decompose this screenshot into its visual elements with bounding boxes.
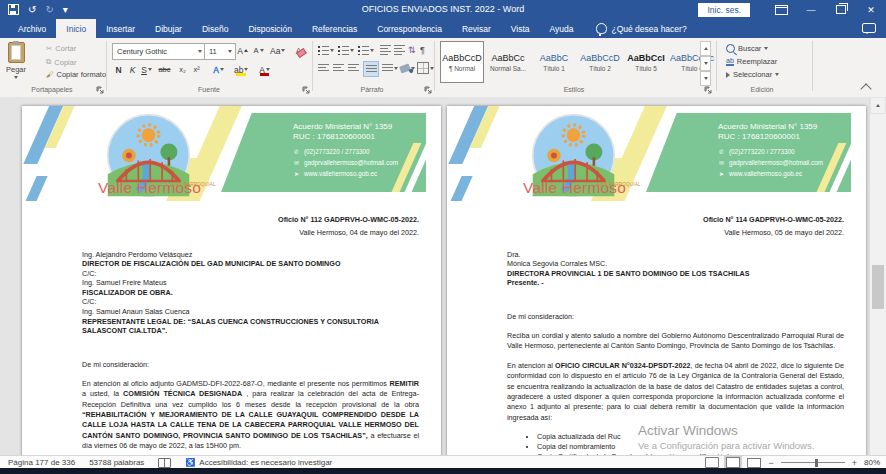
vertical-scrollbar[interactable] [869, 97, 886, 455]
strikethrough-button[interactable]: abc [158, 62, 171, 77]
web-layout-icon[interactable] [747, 458, 761, 468]
tab-correspondencia[interactable]: Correspondencia [367, 19, 452, 38]
paste-button[interactable]: Pegar [6, 42, 26, 79]
letter-content[interactable]: Oficio N° 114 GADPRVH-O-WMC-05-2022. Val… [447, 201, 866, 455]
tab-dibujar[interactable]: Dibujar [145, 19, 192, 38]
web-text: www.vallehermoso.gob.ec [304, 169, 377, 179]
numbering-button[interactable] [338, 43, 354, 57]
bold-button[interactable]: N [112, 62, 125, 77]
tab-ayuda[interactable]: Ayuda [540, 19, 584, 38]
collapse-ribbon-icon[interactable] [860, 83, 871, 94]
style-t-tulo-1[interactable]: AaBbCTítulo 1 [532, 41, 576, 83]
font-name-combo[interactable]: Century Gothic [112, 43, 206, 60]
subscript-button[interactable]: x₂ [176, 62, 189, 77]
format-painter-button[interactable]: 🖌Copiar formato [46, 70, 106, 79]
text-effects-button[interactable]: A [212, 62, 225, 77]
tell-me-box[interactable]: ¿Qué desea hacer? [584, 19, 687, 38]
letter-content[interactable]: Oficio N° 112 GADPRVH-O-WMC-05-2022. Val… [22, 201, 441, 455]
tab-archivo[interactable]: Archivo [8, 19, 56, 38]
multilevel-list-button[interactable] [358, 43, 374, 57]
zoom-slider[interactable] [781, 462, 845, 463]
proofing-icon[interactable] [158, 458, 171, 468]
watermark-line2: Ve a Configuración para activar Windows. [638, 440, 814, 451]
read-mode-icon[interactable] [705, 457, 719, 468]
select-button[interactable]: Seleccionar [726, 70, 779, 79]
accessibility-status[interactable]: ♿ Accesibilidad: es necesario investigar [185, 458, 332, 467]
tab-referencias[interactable]: Referencias [302, 19, 367, 38]
highlight-button[interactable]: ab [234, 62, 248, 77]
paint-bucket-icon [399, 63, 411, 73]
title-bar: ↺ ↻ ▾ OFICIOS ENVIADOS INST. 2022 - Word… [0, 0, 886, 19]
find-button[interactable]: Buscar [726, 44, 768, 53]
align-right-button[interactable] [348, 61, 359, 75]
style-name: Título 1 [543, 65, 565, 72]
document-page-1[interactable]: Acuerdo Ministerial N° 1359 RUC : 176812… [22, 106, 441, 455]
grow-font-button[interactable]: A [236, 43, 249, 58]
font-color-button[interactable]: A [258, 62, 271, 77]
page-indicator[interactable]: Página 177 de 336 [8, 458, 75, 467]
ribbon-display-options-button[interactable] [766, 0, 796, 19]
show-marks-button[interactable]: ¶ [420, 43, 425, 57]
tab-diseo[interactable]: Diseño [192, 19, 238, 38]
restore-button[interactable] [826, 0, 856, 19]
styles-scroll-down-icon[interactable] [700, 56, 711, 71]
clear-formatting-button[interactable]: A [292, 43, 305, 58]
comments-icon[interactable] [862, 23, 876, 33]
dialog-launcher-icon[interactable] [96, 86, 104, 94]
shrink-font-button[interactable]: A [252, 43, 265, 58]
zoom-out-button[interactable]: − [768, 458, 773, 468]
style-normal-sa-[interactable]: AaBbCcNormal Sa... [486, 41, 530, 83]
decrease-indent-button[interactable] [380, 43, 391, 57]
zoom-level[interactable]: 80% [864, 458, 880, 467]
styles-more-icon[interactable] [700, 71, 711, 86]
italic-button[interactable]: K [126, 62, 139, 77]
close-button[interactable]: ✕ [856, 0, 886, 19]
cut-button[interactable]: ✂Cortar [46, 44, 76, 53]
recipient-line: Ing. Samuel Freire Mateus [82, 278, 419, 288]
document-page-2[interactable]: Acuerdo Ministerial N° 1359 RUC : 176812… [447, 106, 866, 455]
line-spacing-button[interactable] [382, 61, 398, 75]
scrollbar-thumb[interactable] [872, 265, 884, 309]
borders-button[interactable] [417, 61, 434, 75]
letter-body: En atención al oficio adjunto GADMSD-DFI… [82, 379, 419, 455]
dialog-launcher-icon[interactable] [704, 86, 712, 94]
justify-button[interactable] [363, 61, 379, 77]
letter-date: Valle Hermoso, 05 de mayo del 2022. [507, 228, 844, 237]
scroll-up-icon[interactable] [870, 97, 886, 114]
superscript-button[interactable]: x² [190, 62, 203, 77]
align-center-button[interactable] [333, 61, 344, 75]
zoom-slider-thumb[interactable] [815, 459, 818, 467]
change-case-button[interactable]: Aa [270, 43, 285, 58]
shading-button[interactable] [400, 61, 415, 75]
style-t-tulo-2[interactable]: AaBbCcDTítulo 2 [578, 41, 622, 83]
tab-inicio[interactable]: Inicio [56, 19, 96, 38]
tab-disposicin[interactable]: Disposición [238, 19, 301, 38]
align-left-button[interactable] [318, 61, 329, 75]
style-t-tulo-5[interactable]: AaBbCcITítulo 5 [624, 41, 668, 83]
print-layout-icon[interactable] [726, 457, 740, 468]
ruc-text: RUC : 1768120600001 [718, 132, 823, 142]
word-count[interactable]: 53788 palabras [89, 458, 144, 467]
windows-taskbar[interactable] [0, 468, 886, 474]
dialog-launcher-icon[interactable] [302, 86, 310, 94]
style--normal[interactable]: AaBbCcD¶ Normal [440, 41, 484, 83]
font-size-combo[interactable]: 11 [204, 43, 236, 60]
underline-button[interactable]: S [140, 62, 153, 77]
tab-revisar[interactable]: Revisar [452, 19, 501, 38]
copy-button[interactable]: ⧉Copiar [46, 57, 76, 67]
document-canvas[interactable]: Acuerdo Ministerial N° 1359 RUC : 176812… [0, 97, 886, 455]
tab-vista[interactable]: Vista [501, 19, 540, 38]
replace-button[interactable]: abReemplazar [726, 57, 777, 66]
bullets-button[interactable] [318, 43, 334, 57]
zoom-in-button[interactable]: + [852, 458, 857, 468]
styles-scroll-up-icon[interactable] [700, 41, 711, 56]
tab-insertar[interactable]: Insertar [96, 19, 145, 38]
acuerdo-text: Acuerdo Ministerial N° 1359 [293, 122, 398, 132]
increase-indent-button[interactable] [394, 43, 405, 57]
sign-in-button[interactable]: Inic. ses. [698, 3, 750, 17]
paste-dropdown-icon[interactable] [14, 76, 18, 79]
sort-button[interactable]: ⇅ [408, 43, 416, 57]
minimize-button[interactable]: — [796, 0, 826, 19]
dialog-launcher-icon[interactable] [424, 86, 432, 94]
chevron-down-icon [220, 68, 224, 71]
